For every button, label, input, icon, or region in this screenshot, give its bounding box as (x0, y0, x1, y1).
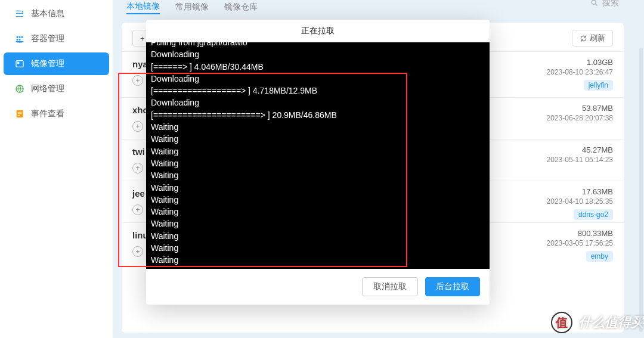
terminal-line: Waiting (151, 254, 485, 266)
terminal-line: Downloading (151, 48, 485, 60)
terminal-line: Waiting (151, 218, 485, 230)
terminal-line: Waiting (151, 242, 485, 254)
terminal-line: Waiting (151, 121, 485, 133)
terminal-line: Waiting (151, 182, 485, 194)
cancel-pull-button[interactable]: 取消拉取 (362, 277, 418, 296)
terminal-output: Pulling from jgraph/drawioDownloading[==… (146, 42, 490, 269)
terminal-line: Waiting (151, 157, 485, 169)
watermark-badge: 值 (551, 312, 572, 333)
terminal-line: Waiting (151, 206, 485, 218)
terminal-line: [==================> ] 4.718MB/12.9MB (151, 85, 485, 97)
terminal-line: [======================> ] 20.9MB/46.86M… (151, 109, 485, 121)
pull-modal: 正在拉取 Pulling from jgraph/drawioDownloadi… (146, 20, 490, 305)
terminal-line: Waiting (151, 169, 485, 181)
modal-title: 正在拉取 (146, 20, 490, 42)
watermark-text: 什么值得买 (578, 314, 644, 331)
background-pull-button[interactable]: 后台拉取 (425, 277, 480, 296)
terminal-line: Waiting (151, 145, 485, 157)
terminal-line: Pulling from jgraph/drawio (151, 42, 485, 48)
scrollbar[interactable] (639, 48, 643, 332)
terminal-line: Waiting (151, 230, 485, 242)
watermark: 值 什么值得买 (551, 312, 644, 333)
terminal-line: Waiting (151, 194, 485, 206)
terminal-line: Downloading (151, 97, 485, 108)
terminal-line: Downloading (151, 73, 485, 85)
terminal-line: [======> ] 4.046MB/30.44MB (151, 61, 485, 73)
modal-footer: 取消拉取 后台拉取 (146, 269, 490, 305)
terminal-line: Waiting (151, 133, 485, 145)
